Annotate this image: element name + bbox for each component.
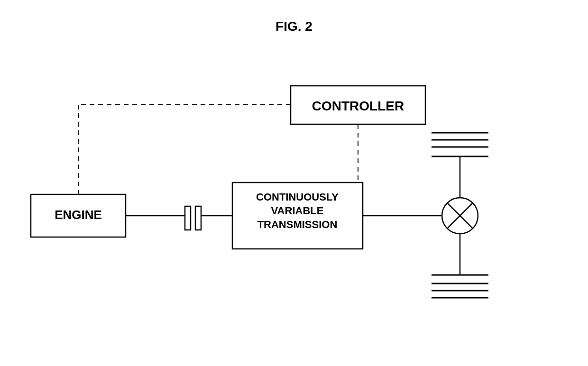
coupling-left-bar xyxy=(185,206,191,230)
engine-label: ENGINE xyxy=(55,208,102,222)
coupling-right-bar xyxy=(195,206,201,230)
cvt-label-line1: CONTINUOUSLY xyxy=(256,191,339,203)
diagram-svg: CONTROLLER ENGINE CONTINUOUSLY VARIABLE … xyxy=(0,0,588,366)
cvt-label-line3: TRANSMISSION xyxy=(257,219,338,230)
cvt-label-line2: VARIABLE xyxy=(271,205,324,217)
diagram-container: FIG. 2 CONTROLLER ENGINE CONTINUOUSLY VA… xyxy=(0,0,588,366)
controller-label: CONTROLLER xyxy=(312,99,404,113)
